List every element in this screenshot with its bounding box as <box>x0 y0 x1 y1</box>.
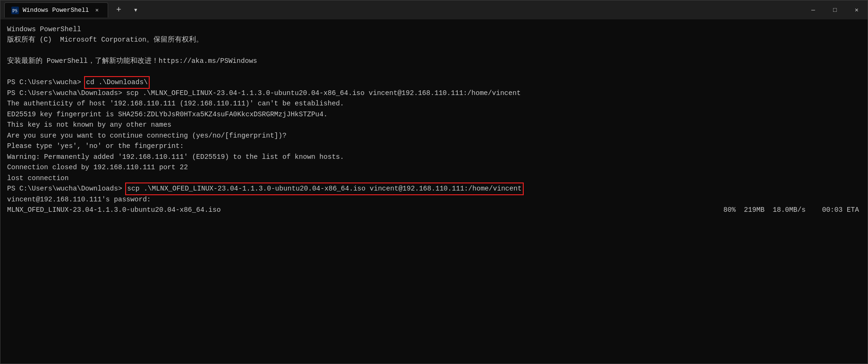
window-controls: — □ ✕ <box>802 0 868 19</box>
text-auth4: Are you sure you want to continue connec… <box>7 130 287 141</box>
add-tab-button[interactable]: + <box>111 2 126 17</box>
terminal-line-auth7: Connection closed by 192.168.110.111 por… <box>7 162 861 173</box>
terminal-line-password: vincent@192.168.110.111's password: <box>7 194 861 205</box>
powershell-window: PS Windows PowerShell ✕ + ▾ — □ ✕ Window… <box>0 0 868 364</box>
title-bar-left: PS Windows PowerShell ✕ + ▾ <box>4 2 802 17</box>
terminal-line-auth6: Warning: Permanently added '192.168.110.… <box>7 152 861 162</box>
prompt-1: PS C:\Users\wucha> <box>7 77 85 87</box>
terminal-line-cd: PS C:\Users\wucha> cd .\Downloads\ <box>7 77 861 87</box>
cmd2-text: scp .\MLNX_OFED_LINUX-23.04-1.1.3.0-ubun… <box>126 88 520 98</box>
text-auth2: ED25519 key fingerprint is SHA256:ZDLYbJ… <box>7 109 328 120</box>
terminal-line-auth1: The authenticity of host '192.168.110.11… <box>7 98 861 109</box>
prompt-2: PS C:\Users\wucha\Downloads> <box>7 88 126 98</box>
text-password: vincent@192.168.110.111's password: <box>7 194 151 205</box>
terminal-line-5 <box>7 67 861 77</box>
text-auth5: Please type 'yes', 'no' or the fingerpri… <box>7 141 184 151</box>
svg-text:PS: PS <box>12 8 17 13</box>
text-auth1: The authenticity of host '192.168.110.11… <box>7 98 344 109</box>
minimize-button[interactable]: — <box>802 0 824 19</box>
text-copyright: 版权所有 (C) Microsoft Corporation。保留所有权利。 <box>7 35 203 45</box>
maximize-button[interactable]: □ <box>824 0 846 19</box>
active-tab[interactable]: PS Windows PowerShell ✕ <box>4 2 108 17</box>
terminal-line-4: 安装最新的 PowerShell，了解新功能和改进！https://aka.ms… <box>7 56 861 66</box>
prompt-3: PS C:\Users\wucha\Downloads> <box>7 183 126 194</box>
terminal-line-scp2: PS C:\Users\wucha\Downloads> scp .\MLNX_… <box>7 183 861 194</box>
terminal-line-auth5: Please type 'yes', 'no' or the fingerpri… <box>7 141 861 151</box>
text-auth3: This key is not known by any other names <box>7 120 171 130</box>
text-auth6: Warning: Permanently added '192.168.110.… <box>7 152 344 162</box>
terminal-line-scp1: PS C:\Users\wucha\Downloads> scp .\MLNX_… <box>7 88 861 98</box>
cmd3-text: scp .\MLNX_OFED_LINUX-23.04-1.1.3.0-ubun… <box>127 185 521 192</box>
powershell-icon: PS <box>11 7 19 14</box>
terminal-line-lost: lost connection <box>7 173 861 183</box>
cmd1-text: cd .\Downloads\ <box>86 78 148 86</box>
terminal-line-progress: MLNX_OFED_LINUX-23.04-1.1.3.0-ubuntu20.0… <box>7 205 861 215</box>
text-ps-title: Windows PowerShell <box>7 24 81 35</box>
terminal-line-auth2: ED25519 key fingerprint is SHA256:ZDLYbJ… <box>7 109 861 120</box>
terminal-line-auth4: Are you sure you want to continue connec… <box>7 130 861 141</box>
progress-filename: MLNX_OFED_LINUX-23.04-1.1.3.0-ubuntu20.0… <box>7 205 221 215</box>
tab-label: Windows PowerShell <box>23 7 89 14</box>
cmd3-highlighted: scp .\MLNX_OFED_LINUX-23.04-1.1.3.0-ubun… <box>126 183 522 194</box>
cmd1-highlighted: cd .\Downloads\ <box>85 77 149 87</box>
terminal-body[interactable]: Windows PowerShell 版权所有 (C) Microsoft Co… <box>0 19 868 364</box>
tab-close-button[interactable]: ✕ <box>93 6 101 15</box>
terminal-line-auth3: This key is not known by any other names <box>7 120 861 130</box>
tab-dropdown-button[interactable]: ▾ <box>129 3 142 17</box>
terminal-line-1: Windows PowerShell <box>7 24 861 35</box>
text-auth7: Connection closed by 192.168.110.111 por… <box>7 162 188 173</box>
title-bar: PS Windows PowerShell ✕ + ▾ — □ ✕ <box>0 0 868 19</box>
terminal-line-2: 版权所有 (C) Microsoft Corporation。保留所有权利。 <box>7 35 861 45</box>
terminal-line-3 <box>7 45 861 56</box>
close-button[interactable]: ✕ <box>846 0 868 19</box>
progress-stats: 80% 219MB 18.0MB/s 00:03 ETA <box>723 205 861 215</box>
text-lost: lost connection <box>7 173 69 183</box>
text-install-tip: 安装最新的 PowerShell，了解新功能和改进！https://aka.ms… <box>7 56 257 66</box>
